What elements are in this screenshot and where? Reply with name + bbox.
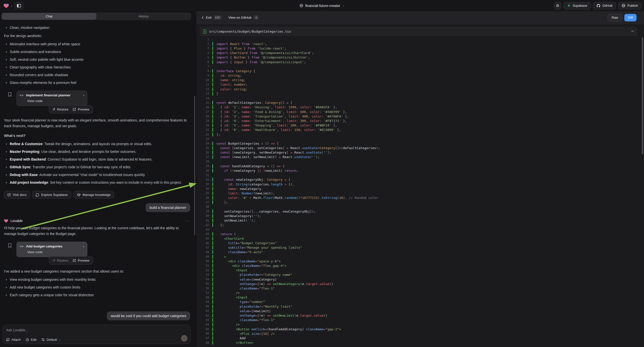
code-line: 60 placeholder="Monthly limit": [200, 304, 638, 309]
version-card-title: Implement financial planner: [26, 93, 81, 97]
assistant-header: Lovable ···: [4, 218, 190, 223]
line-number: 23: [200, 137, 209, 141]
code-line: 15⌄const defaultCategories: Category[] =…: [200, 100, 638, 105]
tab-history[interactable]: History: [96, 13, 191, 20]
bullet-item: Clean typography with clear hierarchies: [4, 64, 190, 70]
bullet-item: Rounded corners and subtle shadows: [4, 72, 190, 78]
code-icon: <>: [20, 245, 24, 248]
composer[interactable]: Ask Lovable... Attach Edit Default ⌄ ↑: [2, 324, 191, 344]
line-number: 16: [200, 106, 209, 109]
line-number: 42: [200, 223, 209, 227]
line-number: 51: [200, 264, 209, 267]
composer-input[interactable]: Ask Lovable...: [6, 328, 187, 332]
version-card-add-budget-categories[interactable]: <> Add budget categories › View code: [16, 242, 88, 257]
code-line: 8⌄interface Category {: [200, 69, 638, 73]
fold-chevron-icon[interactable]: ⌄: [209, 141, 212, 146]
code-line: 39 setCategories([...categories, newCate…: [200, 209, 638, 214]
line-number: 56: [200, 286, 209, 290]
code-line: 24⌄const BudgetCategories = () => {: [200, 141, 638, 146]
chat-scrollbar[interactable]: [194, 96, 195, 235]
line-number: 47: [200, 246, 209, 250]
fold-chevron-icon[interactable]: ⌄: [209, 100, 212, 105]
view-code-link[interactable]: View code: [27, 99, 84, 103]
preview-button[interactable]: Preview: [73, 108, 89, 111]
user-message-1: build a financial planner: [146, 203, 190, 212]
collapse-file-button[interactable]: [631, 30, 634, 32]
attach-image-icon: [6, 338, 10, 342]
manage-knowledge-button[interactable]: Manage knowledge: [74, 191, 114, 199]
line-number: 62: [200, 314, 209, 318]
diff-toggle-button[interactable]: Diff: [624, 14, 636, 22]
chevron-right-icon[interactable]: ›: [83, 244, 84, 248]
fold-chevron-icon[interactable]: ⌄: [209, 164, 212, 168]
fold-chevron-icon[interactable]: ⌄: [209, 69, 212, 73]
code-line: 5import { Button } from '@/components/ui…: [200, 55, 638, 60]
code-line: 43: [200, 227, 638, 232]
explore-supabase-button[interactable]: Explore Supabase: [32, 191, 71, 199]
exit-button[interactable]: Exit ESC: [202, 16, 222, 20]
line-number: 3: [200, 46, 209, 50]
line-number: 64: [200, 323, 209, 326]
project-name: financial-future-creator: [305, 4, 340, 8]
line-number: 1: [200, 38, 209, 41]
chat-panel: Chat History Clean, intuitive navigation…: [0, 11, 196, 347]
line-number: 39: [200, 210, 209, 213]
code-line: 30 if (!newCategory || !newLimit) return…: [200, 168, 638, 173]
design-heading: For the design aesthetic:: [4, 33, 190, 39]
line-number: 31: [200, 174, 209, 177]
code-line: 10 name: string;: [200, 78, 638, 82]
view-on-github-button[interactable]: View on GitHub G: [228, 16, 259, 20]
line-number: 35: [200, 192, 209, 195]
line-number: 61: [200, 309, 209, 313]
code-scrollbar[interactable]: [642, 37, 643, 154]
code-line: 36 color: '#' + Math.floor(Math.random()…: [200, 196, 638, 200]
attach-button[interactable]: Attach: [6, 338, 21, 342]
version-card-implement-financial-planner[interactable]: <> Implement financial planner › View co…: [16, 90, 88, 106]
supabase-bolt-icon: [567, 4, 570, 8]
assistant-name: Lovable: [10, 219, 183, 223]
line-number: 28: [200, 160, 209, 163]
restore-button[interactable]: ↺Restore: [52, 259, 68, 262]
code-line: 65 <Button onClick={handleAddCategory} c…: [200, 327, 638, 331]
code-line: 54 value={newCategory}: [200, 277, 638, 282]
supabase-button[interactable]: Supabase: [564, 2, 591, 10]
line-number: 58: [200, 296, 209, 299]
line-number: 25: [200, 146, 209, 150]
code-line: 13}: [200, 91, 638, 96]
code-line: 62 onChange={(e) => setNewLimit(e.target…: [200, 313, 638, 318]
restore-button[interactable]: ↺Restore: [52, 108, 68, 111]
visit-docs-button[interactable]: Visit docs: [4, 191, 30, 199]
message-menu-icon[interactable]: ···: [185, 218, 190, 223]
line-number: 38: [200, 205, 209, 208]
view-code-link[interactable]: View code: [27, 250, 84, 254]
line-number: 4: [200, 51, 209, 55]
code-line: 18 { id: '3', name: 'Transportation', li…: [200, 114, 638, 118]
settings-button[interactable]: ⚙: [554, 2, 561, 10]
code-editor: 12import React from 'react';3import { Pl…: [200, 36, 638, 347]
version-actions: ↺Restore Preview: [49, 105, 93, 114]
publish-button[interactable]: Publish: [618, 2, 642, 10]
publish-label: Publish: [627, 4, 638, 8]
bookmark-icon[interactable]: [8, 243, 12, 248]
send-button[interactable]: ↑: [181, 335, 188, 342]
fold-chevron-icon[interactable]: ⌄: [209, 178, 212, 182]
project-switcher[interactable]: financial-future-creator ⌄: [0, 0, 644, 11]
supabase-label: Supabase: [572, 4, 587, 8]
code-lines: 12import React from 'react';3import { Pl…: [200, 37, 638, 345]
line-number: 20: [200, 124, 209, 127]
raw-toggle-button[interactable]: Raw: [608, 14, 622, 22]
bookmark-icon[interactable]: [8, 92, 12, 97]
edit-button[interactable]: Edit: [26, 338, 36, 342]
preview-button[interactable]: Preview: [73, 259, 89, 262]
file-header[interactable]: src/components/budget/BudgetCategories.t…: [200, 27, 638, 36]
line-number: 9: [200, 74, 209, 78]
chevron-right-icon[interactable]: ›: [83, 93, 84, 97]
line-number: 34: [200, 187, 209, 190]
tab-chat[interactable]: Chat: [2, 13, 96, 20]
github-button[interactable]: GitHub: [593, 2, 616, 10]
restore-icon: ↺: [52, 108, 55, 111]
code-line: 37 };: [200, 200, 638, 204]
mode-selector[interactable]: Default ⌄: [41, 338, 61, 342]
line-number: 36: [200, 196, 209, 200]
code-line: 2import React from 'react';: [200, 42, 638, 46]
